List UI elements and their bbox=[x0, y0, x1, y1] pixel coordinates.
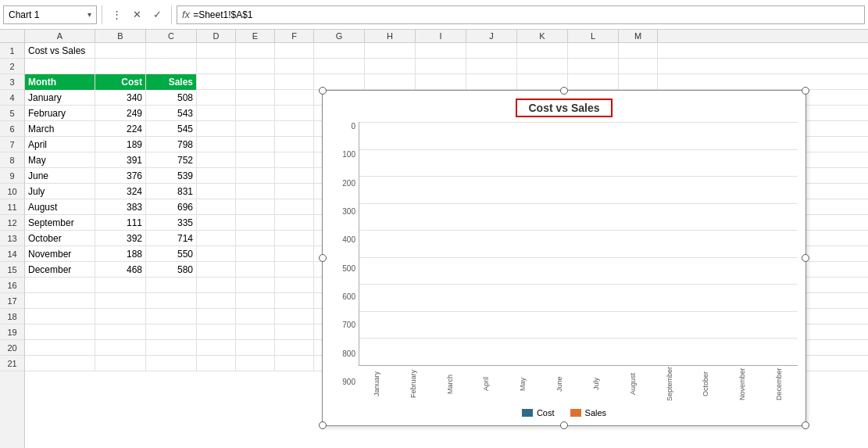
cell-8-5[interactable] bbox=[236, 152, 275, 168]
cell-4-2[interactable]: 340 bbox=[95, 90, 146, 106]
handle-top-center[interactable] bbox=[560, 87, 568, 95]
handle-bottom-left[interactable] bbox=[319, 421, 327, 429]
cell-19-1[interactable] bbox=[25, 324, 95, 340]
cell-12-2[interactable]: 111 bbox=[95, 215, 146, 231]
cell-2-4[interactable] bbox=[197, 59, 236, 74]
cell-8-1[interactable]: May bbox=[25, 152, 95, 168]
cell-13-4[interactable] bbox=[197, 231, 236, 246]
cell-2-3[interactable] bbox=[146, 59, 197, 74]
cell-9-6[interactable] bbox=[275, 168, 314, 184]
cell-2-1[interactable] bbox=[25, 59, 95, 74]
cell-1-5[interactable] bbox=[236, 43, 275, 59]
handle-top-left[interactable] bbox=[319, 87, 327, 95]
cell-5-2[interactable]: 249 bbox=[95, 106, 146, 121]
cell-14-3[interactable]: 550 bbox=[146, 246, 197, 262]
cell-13-6[interactable] bbox=[275, 231, 314, 246]
cell-19-3[interactable] bbox=[146, 324, 197, 340]
cell-21-3[interactable] bbox=[146, 356, 197, 371]
chart-overlay[interactable]: Cost vs Sales 90080070060050040030020010… bbox=[322, 90, 806, 426]
handle-middle-left[interactable] bbox=[319, 254, 327, 262]
cell-20-3[interactable] bbox=[146, 340, 197, 356]
cell-9-5[interactable] bbox=[236, 168, 275, 184]
cell-7-2[interactable]: 189 bbox=[95, 137, 146, 152]
cell-3-10[interactable] bbox=[466, 74, 517, 90]
cell-21-4[interactable] bbox=[197, 356, 236, 371]
cell-5-3[interactable]: 543 bbox=[146, 106, 197, 121]
cell-11-6[interactable] bbox=[275, 199, 314, 215]
row-header-3[interactable]: 3 bbox=[0, 74, 24, 90]
formula-bar[interactable]: fx =Sheet1!$A$1 bbox=[177, 5, 865, 24]
cell-10-3[interactable]: 831 bbox=[146, 184, 197, 199]
col-header-l[interactable]: L bbox=[568, 30, 619, 42]
cell-2-12[interactable] bbox=[568, 59, 619, 74]
cell-4-5[interactable] bbox=[236, 90, 275, 106]
cell-9-2[interactable]: 376 bbox=[95, 168, 146, 184]
cell-1-8[interactable] bbox=[365, 43, 416, 59]
col-header-a[interactable]: A bbox=[25, 30, 95, 42]
cell-11-5[interactable] bbox=[236, 199, 275, 215]
row-header-4[interactable]: 4 bbox=[0, 90, 24, 106]
row-header-7[interactable]: 7 bbox=[0, 137, 24, 152]
cell-9-1[interactable]: June bbox=[25, 168, 95, 184]
cell-13-2[interactable]: 392 bbox=[95, 231, 146, 246]
cell-3-5[interactable] bbox=[236, 74, 275, 90]
cell-3-13[interactable] bbox=[619, 74, 658, 90]
row-header-11[interactable]: 11 bbox=[0, 199, 24, 215]
row-header-8[interactable]: 8 bbox=[0, 152, 24, 168]
cell-16-6[interactable] bbox=[275, 278, 314, 293]
confirm-button[interactable]: ✓ bbox=[148, 5, 166, 24]
cell-16-2[interactable] bbox=[95, 278, 146, 293]
cell-21-5[interactable] bbox=[236, 356, 275, 371]
cell-1-13[interactable] bbox=[619, 43, 658, 59]
cell-10-2[interactable]: 324 bbox=[95, 184, 146, 199]
row-header-13[interactable]: 13 bbox=[0, 231, 24, 246]
cell-7-6[interactable] bbox=[275, 137, 314, 152]
cell-13-3[interactable]: 714 bbox=[146, 231, 197, 246]
cell-1-7[interactable] bbox=[314, 43, 365, 59]
col-header-f[interactable]: F bbox=[275, 30, 314, 42]
cell-2-7[interactable] bbox=[314, 59, 365, 74]
cell-17-3[interactable] bbox=[146, 293, 197, 309]
cell-1-1[interactable]: Cost vs Sales bbox=[25, 43, 95, 59]
cell-4-4[interactable] bbox=[197, 90, 236, 106]
row-header-16[interactable]: 16 bbox=[0, 278, 24, 293]
cell-4-3[interactable]: 508 bbox=[146, 90, 197, 106]
cell-3-3[interactable]: Sales bbox=[146, 74, 197, 90]
cell-15-3[interactable]: 580 bbox=[146, 262, 197, 278]
cell-14-6[interactable] bbox=[275, 246, 314, 262]
col-header-d[interactable]: D bbox=[197, 30, 236, 42]
cell-18-1[interactable] bbox=[25, 309, 95, 324]
cell-12-3[interactable]: 335 bbox=[146, 215, 197, 231]
cell-19-2[interactable] bbox=[95, 324, 146, 340]
cell-17-5[interactable] bbox=[236, 293, 275, 309]
cell-7-3[interactable]: 798 bbox=[146, 137, 197, 152]
cell-13-1[interactable]: October bbox=[25, 231, 95, 246]
row-header-14[interactable]: 14 bbox=[0, 246, 24, 262]
cell-14-5[interactable] bbox=[236, 246, 275, 262]
cell-15-2[interactable]: 468 bbox=[95, 262, 146, 278]
col-header-k[interactable]: K bbox=[517, 30, 568, 42]
cell-18-3[interactable] bbox=[146, 309, 197, 324]
cell-21-1[interactable] bbox=[25, 356, 95, 371]
col-header-c[interactable]: C bbox=[146, 30, 197, 42]
cell-11-2[interactable]: 383 bbox=[95, 199, 146, 215]
cell-7-5[interactable] bbox=[236, 137, 275, 152]
cell-10-4[interactable] bbox=[197, 184, 236, 199]
cell-2-6[interactable] bbox=[275, 59, 314, 74]
cell-9-4[interactable] bbox=[197, 168, 236, 184]
cell-6-5[interactable] bbox=[236, 121, 275, 137]
cell-3-6[interactable] bbox=[275, 74, 314, 90]
row-header-17[interactable]: 17 bbox=[0, 293, 24, 309]
handle-bottom-center[interactable] bbox=[560, 421, 568, 429]
cell-18-5[interactable] bbox=[236, 309, 275, 324]
cell-1-4[interactable] bbox=[197, 43, 236, 59]
cell-19-4[interactable] bbox=[197, 324, 236, 340]
cancel-button[interactable]: ✕ bbox=[127, 5, 146, 24]
cell-20-2[interactable] bbox=[95, 340, 146, 356]
cell-17-2[interactable] bbox=[95, 293, 146, 309]
cell-16-4[interactable] bbox=[197, 278, 236, 293]
row-header-12[interactable]: 12 bbox=[0, 215, 24, 231]
cell-10-5[interactable] bbox=[236, 184, 275, 199]
cell-17-4[interactable] bbox=[197, 293, 236, 309]
cell-3-8[interactable] bbox=[365, 74, 416, 90]
